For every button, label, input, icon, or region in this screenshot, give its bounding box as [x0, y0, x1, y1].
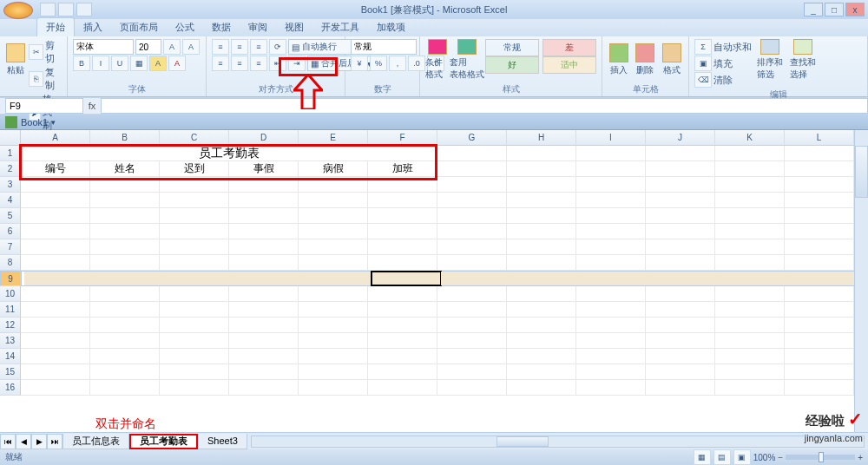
cell-C7[interactable] — [160, 239, 229, 255]
cell-F3[interactable] — [368, 177, 437, 193]
cell[interactable] — [437, 146, 507, 161]
qat-save[interactable] — [40, 3, 56, 16]
cell-E9[interactable] — [302, 272, 372, 285]
cell-D14[interactable] — [229, 349, 299, 364]
cell-E10[interactable] — [299, 286, 368, 302]
zoom-out-button[interactable]: − — [778, 453, 783, 462]
qat-undo[interactable] — [58, 3, 74, 16]
fill-button[interactable]: ▣ — [694, 56, 712, 71]
cell-I8[interactable] — [576, 255, 646, 271]
cell-E5[interactable] — [299, 208, 368, 224]
row-header-3[interactable]: 3 — [0, 177, 21, 193]
cell-K12[interactable] — [715, 318, 785, 333]
style-neutral[interactable]: 适中 — [542, 56, 596, 74]
font-color-button[interactable]: A — [168, 56, 186, 71]
cell-I14[interactable] — [576, 349, 646, 364]
cell-B13[interactable] — [90, 333, 160, 349]
cell-I11[interactable] — [576, 302, 646, 318]
cell-H10[interactable] — [507, 286, 576, 302]
cell-A15[interactable] — [21, 364, 90, 380]
col-header-I[interactable]: I — [576, 130, 646, 145]
cell-G11[interactable] — [437, 302, 507, 318]
cell-H11[interactable] — [507, 302, 576, 318]
cell-K14[interactable] — [715, 349, 785, 364]
cell-D11[interactable] — [229, 302, 299, 318]
cell[interactable] — [576, 146, 646, 161]
cell-J2[interactable] — [646, 161, 715, 177]
cell-L11[interactable] — [785, 302, 854, 318]
cell-A9[interactable] — [24, 272, 94, 285]
cell-J15[interactable] — [646, 364, 715, 380]
cell-D7[interactable] — [229, 239, 299, 255]
cell-H13[interactable] — [507, 333, 576, 349]
cell-C12[interactable] — [160, 318, 229, 333]
cell-H7[interactable] — [507, 239, 576, 255]
cell-C6[interactable] — [160, 224, 229, 239]
underline-button[interactable]: U — [111, 56, 128, 71]
cell-F13[interactable] — [368, 333, 437, 349]
cell-L16[interactable] — [785, 380, 854, 396]
cell-A6[interactable] — [21, 224, 90, 239]
cell-E8[interactable] — [299, 255, 368, 271]
cell-J10[interactable] — [646, 286, 715, 302]
cell-A3[interactable] — [21, 177, 90, 193]
cell-H9[interactable] — [510, 272, 580, 285]
cell-F4[interactable] — [368, 193, 437, 208]
row-header-7[interactable]: 7 — [0, 239, 21, 255]
cell-B5[interactable] — [90, 208, 160, 224]
cell-C5[interactable] — [160, 208, 229, 224]
row-header-12[interactable]: 12 — [0, 318, 21, 333]
copy-button[interactable]: ⎘ — [29, 71, 43, 87]
cell-K10[interactable] — [715, 286, 785, 302]
cell-E3[interactable] — [299, 177, 368, 193]
cell-E2[interactable]: 病假 — [299, 161, 368, 177]
cell-L13[interactable] — [785, 333, 854, 349]
clear-button[interactable]: ⌫ — [694, 72, 712, 88]
cond-format-button[interactable]: 条件格式 — [425, 39, 449, 81]
cell-C3[interactable] — [160, 177, 229, 193]
col-header-F[interactable]: F — [368, 130, 437, 145]
cell-F14[interactable] — [368, 349, 437, 364]
cell-K7[interactable] — [715, 239, 785, 255]
cell-L15[interactable] — [785, 364, 854, 380]
cell-J13[interactable] — [646, 333, 715, 349]
ribbon-tab-4[interactable]: 数据 — [203, 18, 240, 36]
indent-inc-button[interactable]: ⇥ — [288, 56, 306, 71]
cell-B2[interactable]: 姓名 — [90, 161, 160, 177]
align-center-button[interactable]: ≡ — [231, 56, 248, 71]
cell-D8[interactable] — [229, 255, 299, 271]
cell-F5[interactable] — [368, 208, 437, 224]
cell-B16[interactable] — [90, 380, 160, 396]
cell-E14[interactable] — [299, 349, 368, 364]
cell-B14[interactable] — [90, 349, 160, 364]
cell-H15[interactable] — [507, 364, 576, 380]
cell-F7[interactable] — [368, 239, 437, 255]
cell-L5[interactable] — [785, 208, 854, 224]
cell-J8[interactable] — [646, 255, 715, 271]
cell-I3[interactable] — [576, 177, 646, 193]
cell-L14[interactable] — [785, 349, 854, 364]
comma-button[interactable]: , — [389, 56, 406, 71]
cell-G10[interactable] — [437, 286, 507, 302]
cell-E13[interactable] — [299, 333, 368, 349]
cell-L2[interactable] — [785, 161, 854, 177]
cell-L12[interactable] — [785, 318, 854, 333]
view-normal-button[interactable]: ▦ — [694, 449, 711, 465]
view-layout-button[interactable]: ▤ — [713, 449, 731, 465]
ribbon-tab-7[interactable]: 开发工具 — [312, 18, 368, 36]
cell-J9[interactable] — [649, 272, 719, 285]
cell-I6[interactable] — [576, 224, 646, 239]
worksheet-grid[interactable]: ABCDEFGHIJKL 12345678910111213141516 员工考… — [0, 130, 868, 434]
cell-K9[interactable] — [719, 272, 788, 285]
cell-H6[interactable] — [507, 224, 576, 239]
row-header-15[interactable]: 15 — [0, 364, 21, 380]
font-size-select[interactable] — [135, 39, 161, 55]
cell-B4[interactable] — [90, 193, 160, 208]
col-header-D[interactable]: D — [229, 130, 299, 145]
col-header-J[interactable]: J — [646, 130, 715, 145]
cell-B15[interactable] — [90, 364, 160, 380]
cell-F15[interactable] — [368, 364, 437, 380]
find-select-button[interactable]: 查找和 选择 — [788, 39, 818, 81]
cell-E15[interactable] — [299, 364, 368, 380]
row-header-13[interactable]: 13 — [0, 333, 21, 349]
